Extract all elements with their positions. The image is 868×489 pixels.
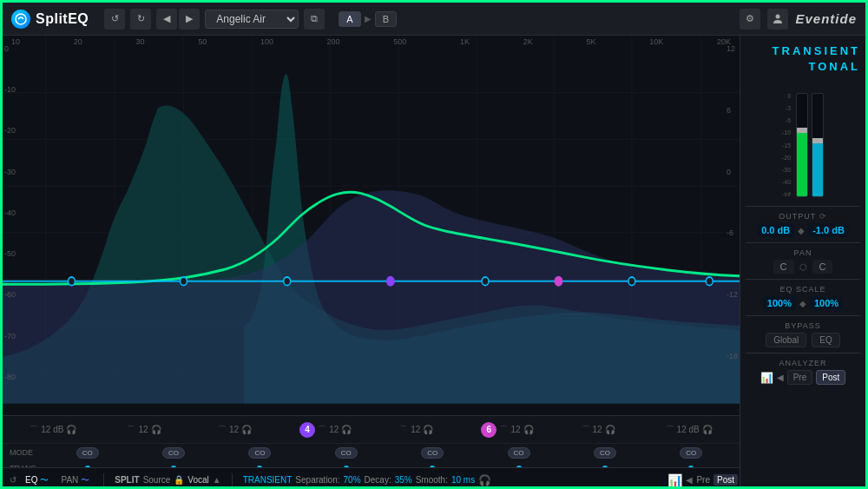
output-row: 0.0 dB ◆ -1.0 dB bbox=[746, 223, 860, 237]
analyzer-prev[interactable]: ◀ bbox=[686, 475, 693, 485]
split-area: SPLIT Source 🔒 Vocal ▲ bbox=[115, 475, 220, 485]
split-type: Vocal bbox=[187, 475, 208, 485]
band-7-controls: ⌒ 12 🎧 bbox=[555, 424, 642, 436]
band-1-headphone-icon[interactable]: 🎧 bbox=[66, 425, 76, 434]
svg-point-21 bbox=[181, 277, 187, 286]
pan-right[interactable]: C bbox=[812, 260, 833, 274]
mode-btn-7[interactable]: CO bbox=[594, 447, 616, 459]
band-controls-row: ⌒ 12 dB 🎧 ⌒ 12 🎧 ⌒ 12 🎧 4 bbox=[3, 416, 740, 444]
decay-val[interactable]: 35% bbox=[395, 475, 412, 485]
pan-left[interactable]: C bbox=[773, 260, 794, 274]
right-panel: TRANSIENT TONAL 0 -3 -6 -10 -15 -20 -30 … bbox=[740, 36, 865, 489]
right-meter-track bbox=[812, 93, 824, 197]
output-arrow: ◆ bbox=[798, 226, 805, 235]
left-meter-thumb[interactable] bbox=[796, 128, 808, 133]
undo-button[interactable]: ↺ bbox=[104, 9, 125, 30]
split-label: SPLIT bbox=[115, 475, 139, 485]
user-button[interactable] bbox=[767, 9, 788, 30]
band-2-controls: ⌒ 12 🎧 bbox=[101, 424, 188, 436]
eq-tab-label: EQ bbox=[25, 475, 37, 485]
settings-button[interactable]: ⚙ bbox=[740, 9, 760, 30]
mode-btn-8[interactable]: CO bbox=[680, 447, 702, 459]
scale-val-1[interactable]: 100% bbox=[763, 296, 796, 310]
analyzer-icons: 📊 ◀ Pre Post bbox=[667, 473, 738, 487]
decay-label: Decay: bbox=[365, 475, 391, 485]
svg-point-1 bbox=[776, 14, 780, 18]
spectrum-icon[interactable]: 📊 bbox=[667, 473, 682, 487]
scale-val-2[interactable]: 100% bbox=[810, 296, 843, 310]
analyzer-left-btn[interactable]: ◀ bbox=[777, 373, 784, 382]
bottom-strip: ⌒ 12 dB 🎧 ⌒ 12 🎧 ⌒ 12 🎧 4 bbox=[3, 415, 740, 489]
transient-headphone-icon[interactable]: 🎧 bbox=[478, 474, 491, 486]
band-8-headphone-icon[interactable]: 🎧 bbox=[702, 425, 713, 434]
analyzer-spectrum-icon[interactable]: 📊 bbox=[760, 372, 773, 384]
meter-db-3: -3 bbox=[786, 105, 791, 111]
left-meter-fill bbox=[797, 129, 807, 196]
band-7-headphone-icon[interactable]: 🎧 bbox=[605, 425, 615, 434]
pan-arrows[interactable]: ⬡ bbox=[799, 262, 807, 272]
divider-2 bbox=[232, 473, 233, 487]
db-30: -30 bbox=[4, 168, 16, 176]
band-1-filter-icon[interactable]: ⌒ bbox=[30, 424, 38, 436]
loop-icon[interactable]: ↺ bbox=[10, 475, 16, 485]
band-3-filter-icon[interactable]: ⌒ bbox=[218, 424, 227, 436]
sep-val[interactable]: 70% bbox=[344, 475, 361, 485]
meter-db-0: 0 bbox=[787, 93, 791, 99]
db-70: -70 bbox=[4, 332, 16, 340]
band-4-number[interactable]: 4 bbox=[299, 422, 315, 438]
band-6-headphone-icon[interactable]: 🎧 bbox=[523, 425, 534, 434]
copy-preset-button[interactable]: ⧉ bbox=[304, 9, 325, 30]
bypass-eq-button[interactable]: EQ bbox=[812, 333, 839, 347]
b-button[interactable]: B bbox=[375, 11, 397, 27]
prev-preset-button[interactable]: ◀ bbox=[156, 9, 177, 30]
mode-btn-6[interactable]: CO bbox=[508, 447, 530, 459]
eq-wave-icon: 〜 bbox=[40, 474, 49, 486]
db-40: -40 bbox=[4, 208, 16, 217]
smooth-label: Smooth: bbox=[416, 475, 448, 485]
band-3-headphone-icon[interactable]: 🎧 bbox=[241, 425, 252, 434]
band-7-filter-icon[interactable]: ⌒ bbox=[582, 424, 590, 436]
freq-label-10k: 10K bbox=[649, 37, 663, 46]
output-val-2[interactable]: -1.0 dB bbox=[808, 223, 849, 237]
band-5-controls: ⌒ 12 🎧 bbox=[373, 424, 461, 436]
divider-1 bbox=[103, 473, 104, 487]
mode-btn-4[interactable]: CO bbox=[335, 447, 358, 459]
band-2-filter-icon[interactable]: ⌒ bbox=[127, 424, 135, 436]
band-6-number[interactable]: 6 bbox=[481, 422, 496, 438]
analyzer-post-status[interactable]: Post bbox=[713, 474, 738, 486]
band-8-filter-icon[interactable]: ⌒ bbox=[666, 424, 674, 436]
a-button[interactable]: A bbox=[339, 11, 360, 27]
band-5-headphone-icon[interactable]: 🎧 bbox=[423, 425, 433, 434]
band-2-headphone-icon[interactable]: 🎧 bbox=[151, 425, 161, 434]
db-80: -80 bbox=[4, 373, 16, 381]
split-up-arrow[interactable]: ▲ bbox=[213, 475, 221, 485]
tab-eq[interactable]: EQ 〜 bbox=[22, 472, 52, 488]
left-meter bbox=[796, 93, 808, 197]
mode-btn-5[interactable]: CO bbox=[421, 447, 444, 459]
svg-point-20 bbox=[68, 277, 75, 286]
post-button[interactable]: Post bbox=[816, 370, 845, 385]
band-6-filter-icon[interactable]: ⌒ bbox=[499, 424, 508, 436]
smooth-val[interactable]: 10 ms bbox=[451, 475, 475, 485]
band-4-filter-icon[interactable]: ⌒ bbox=[318, 424, 326, 436]
mode-btn-3[interactable]: CO bbox=[248, 447, 271, 459]
mode-btn-1[interactable]: CO bbox=[76, 447, 99, 459]
db-50: -50 bbox=[4, 249, 16, 258]
redo-button[interactable]: ↻ bbox=[130, 9, 151, 30]
main-content: 10 20 30 50 100 200 500 1K 2K 5K 10K 20K… bbox=[3, 36, 865, 489]
lock-icon[interactable]: 🔒 bbox=[174, 475, 184, 485]
db-60: -60 bbox=[4, 290, 16, 299]
mode-btn-2[interactable]: CO bbox=[162, 447, 185, 459]
output-val-1[interactable]: 0.0 dB bbox=[757, 223, 794, 237]
tab-pan[interactable]: PAN 〜 bbox=[57, 472, 93, 488]
preset-selector[interactable]: Angelic Air bbox=[205, 10, 299, 29]
band-4-headphone-icon[interactable]: 🎧 bbox=[341, 425, 352, 434]
scale-row: 100% ◆ 100% bbox=[746, 296, 860, 310]
pre-button[interactable]: Pre bbox=[787, 370, 813, 385]
band-5-db: 12 bbox=[411, 425, 420, 434]
status-bar: ↺ EQ 〜 PAN 〜 SPLIT Source 🔒 V bbox=[3, 467, 740, 489]
next-preset-button[interactable]: ▶ bbox=[179, 9, 200, 30]
right-meter-thumb[interactable] bbox=[812, 138, 824, 143]
bypass-global-button[interactable]: Global bbox=[766, 333, 806, 347]
band-5-filter-icon[interactable]: ⌒ bbox=[399, 424, 408, 436]
